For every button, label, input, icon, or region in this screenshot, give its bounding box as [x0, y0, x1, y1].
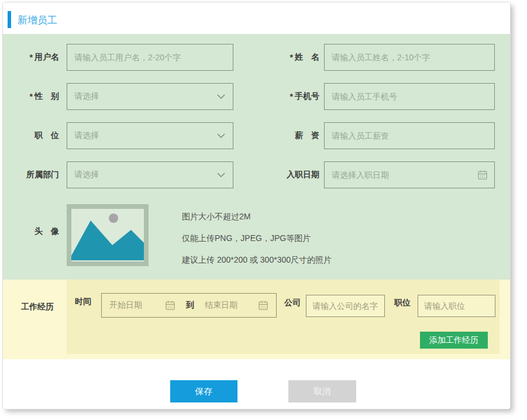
salary-field-cell — [324, 122, 495, 149]
phone-label: *手机号 — [233, 83, 324, 110]
salary-label: 薪 资 — [233, 122, 324, 149]
calendar-icon[interactable] — [257, 299, 269, 311]
note-line: 仅能上传PNG，JPEG，JPG等图片 — [182, 228, 332, 249]
avatar-upload-notes: 图片大小不超过2M 仅能上传PNG，JPEG，JPG等图片 建议上传 200*2… — [182, 204, 332, 271]
work-experience-panel: 时间 开始日期 到 结束日期 — [67, 280, 500, 354]
gender-field-cell: 请选择 — [67, 83, 233, 110]
gender-label: *性 别 — [18, 83, 67, 110]
job-label: 职位 — [394, 298, 411, 308]
hire-date-picker — [324, 161, 495, 188]
hire-date-input[interactable] — [324, 161, 495, 188]
calendar-icon[interactable] — [477, 169, 488, 181]
required-asterisk: * — [290, 53, 293, 62]
card-header: 新增员工 — [3, 2, 510, 34]
end-date-input[interactable]: 结束日期 — [205, 300, 237, 311]
cancel-button[interactable]: 取消 — [288, 380, 356, 402]
chevron-down-icon — [217, 94, 225, 99]
form-grid: *用户名 *姓 名 *性 别 请选择 *手机号 职 位 请选择 — [3, 34, 510, 188]
hire-date-label: 入职日期 — [233, 161, 324, 188]
required-asterisk: * — [290, 92, 293, 101]
department-select[interactable]: 请选择 — [67, 161, 233, 188]
company-label: 公司 — [284, 298, 301, 308]
add-employee-card: 新增员工 *用户名 *姓 名 *性 别 请选择 *手机号 职 位 — [2, 2, 511, 409]
image-placeholder-mountains-icon — [71, 209, 144, 261]
department-label: 所属部门 — [18, 161, 67, 188]
position-label: 职 位 — [18, 122, 67, 149]
note-line: 图片大小不超过2M — [182, 206, 332, 228]
avatar-upload[interactable] — [67, 204, 149, 266]
position-field-cell: 请选择 — [67, 122, 233, 149]
position-select[interactable]: 请选择 — [67, 122, 233, 149]
start-date-input[interactable]: 开始日期 — [109, 300, 142, 311]
username-label: *用户名 — [18, 44, 67, 71]
title-accent-bar — [8, 11, 11, 28]
company-input[interactable] — [306, 295, 385, 317]
fullname-input[interactable] — [324, 44, 495, 71]
salary-input[interactable] — [324, 122, 495, 149]
required-asterisk: * — [30, 53, 33, 62]
chevron-down-icon — [217, 133, 225, 138]
calendar-icon[interactable] — [164, 299, 176, 311]
avatar-label: 头 像 — [18, 204, 67, 237]
date-range-to-label: 到 — [186, 300, 194, 311]
fullname-label: *姓 名 — [233, 44, 324, 71]
required-asterisk: * — [30, 92, 33, 101]
avatar-row: 头 像 图片大小不超过2M 仅能上传PNG，JPEG，JPG等图片 建议上传 2… — [3, 204, 510, 271]
job-input[interactable] — [418, 295, 495, 317]
phone-input[interactable] — [324, 83, 495, 110]
gender-select[interactable]: 请选择 — [67, 83, 233, 110]
phone-field-cell — [324, 83, 495, 110]
date-range-box: 开始日期 到 结束日期 — [101, 293, 277, 318]
fullname-field-cell — [324, 44, 495, 71]
save-button[interactable]: 保存 — [170, 380, 237, 402]
card-footer: 保存 取消 — [3, 359, 510, 409]
username-field-cell — [67, 44, 233, 71]
username-input[interactable] — [67, 44, 233, 71]
hire-date-field-cell — [324, 161, 495, 188]
page-title: 新增员工 — [18, 13, 57, 27]
time-label: 时间 — [75, 297, 91, 307]
work-experience-section: 工作经历 时间 开始日期 到 结束日期 — [3, 280, 510, 359]
work-experience-label: 工作经历 — [21, 302, 54, 312]
employee-form-section: *用户名 *姓 名 *性 别 请选择 *手机号 职 位 请选择 — [3, 34, 510, 280]
department-field-cell: 请选择 — [67, 161, 233, 188]
note-line: 建议上传 200*200 或 300*300尺寸的照片 — [182, 249, 332, 271]
add-work-experience-button[interactable]: 添加工作经历 — [420, 332, 488, 349]
chevron-down-icon — [217, 173, 225, 177]
